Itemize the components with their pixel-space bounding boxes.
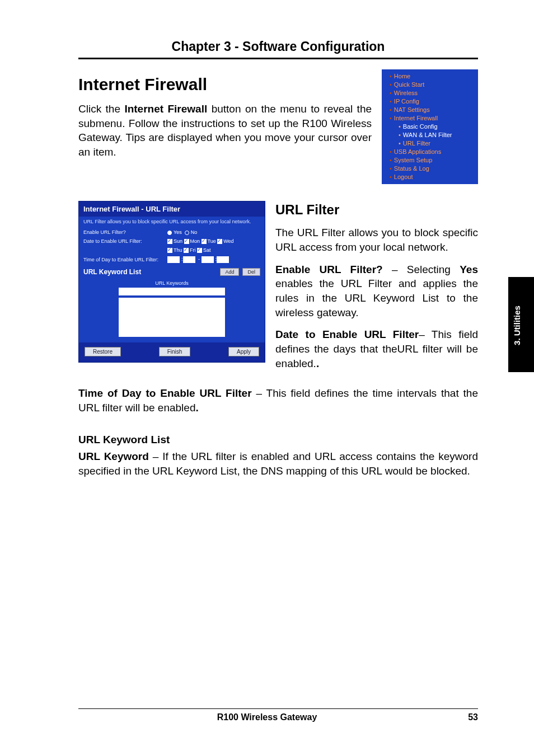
date-value: Sun Mon Tue Wed	[167, 238, 260, 244]
apply-button: Apply	[228, 347, 259, 356]
add-button: Add	[220, 268, 239, 276]
keyword-list-paragraph: URL Keyword – If the URL filter is enabl…	[78, 449, 478, 478]
time-paragraph: Time of Day to Enable URL Filter – This …	[78, 386, 478, 415]
footer-page-number: 53	[456, 712, 478, 722]
nav-item: Status & Log	[384, 164, 476, 172]
nav-item: Internet Firewall	[384, 114, 476, 122]
nav-item: Logout	[384, 172, 476, 181]
keyword-caption: URL Keywords	[83, 280, 260, 286]
keyword-list-heading: URL Keyword List	[78, 434, 478, 446]
footer-title: R100 Wireless Gateway	[78, 712, 456, 722]
enable-value: Yes No	[167, 229, 260, 235]
url-filter-p3: Date to Enable URL Filter– This field de…	[275, 327, 478, 370]
nav-item: System Setup	[384, 156, 476, 164]
panel-title: Internet Firewall - URL Filter	[79, 201, 265, 217]
del-button: Del	[242, 268, 260, 276]
url-filter-panel-screenshot: Internet Firewall - URL Filter URL Filte…	[78, 201, 265, 363]
nav-item: URL Filter	[384, 139, 476, 147]
keyword-list-label: URL Keyword List	[83, 268, 217, 276]
finish-button: Finish	[159, 347, 191, 356]
url-filter-p1: The URL Filter allows you to block speci…	[275, 226, 478, 254]
intro-paragraph: Click the Internet Firewall button on th…	[78, 102, 372, 159]
chapter-header: Chapter 3 - Software Configuration	[78, 39, 478, 59]
url-filter-heading: URL Filter	[275, 201, 478, 219]
time-value: : - :	[167, 256, 260, 263]
nav-item: NAT Settings	[384, 105, 476, 114]
nav-item: IP Config	[384, 97, 476, 105]
date-label: Date to Enable URL Filter:	[83, 238, 167, 244]
nav-menu-screenshot: HomeQuick StartWirelessIP ConfigNAT Sett…	[382, 69, 478, 184]
nav-item: USB Applications	[384, 147, 476, 156]
enable-label: Enable URL Filter?	[83, 229, 167, 235]
nav-item: Basic Config	[384, 122, 476, 130]
side-tab: 3. Utilities	[508, 277, 534, 372]
panel-desc: URL Filter allows you to block specific …	[79, 217, 265, 228]
keyword-input	[119, 288, 225, 295]
nav-item: Wireless	[384, 88, 476, 97]
time-label: Time of Day to Enable URL Filter:	[83, 257, 167, 262]
section-title: Internet Firewall	[78, 75, 372, 94]
url-filter-p2: Enable URL Filter? – Selecting Yes enabl…	[275, 262, 478, 320]
side-tab-label: 3. Utilities	[512, 306, 522, 345]
nav-item: Quick Start	[384, 80, 476, 88]
keyword-listbox	[119, 298, 225, 337]
page-footer: R100 Wireless Gateway 53	[78, 708, 478, 722]
date-value2: Thu Fri Sat	[167, 247, 260, 253]
restore-button: Restore	[85, 347, 121, 356]
nav-item: WAN & LAN Filter	[384, 130, 476, 139]
nav-item: Home	[384, 72, 476, 80]
